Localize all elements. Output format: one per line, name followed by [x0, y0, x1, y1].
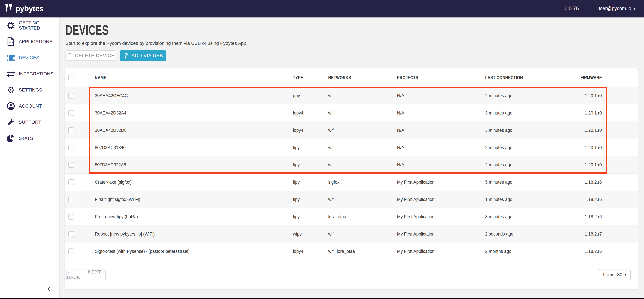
device-name-cell: 30AEA42CEC4C [95, 93, 293, 98]
device-type-cell: gpy [293, 93, 328, 98]
screen-bottom-edge [0, 298, 644, 299]
row-checkbox[interactable] [68, 128, 74, 133]
sidebar-item-label: STATS [19, 136, 33, 141]
device-networks-cell: wifi, lora_otaa [328, 249, 397, 254]
sidebar-item-label: ACCOUNT [19, 104, 42, 109]
row-checkbox[interactable] [68, 162, 74, 168]
sidebar-item-account[interactable]: ACCOUNT [0, 98, 59, 114]
code-file-icon: </> [6, 37, 15, 46]
device-name-cell: 807D3AC31340 [95, 145, 293, 150]
sidebar-item-label: SUPPORT [19, 120, 41, 125]
row-checkbox[interactable] [68, 214, 74, 220]
row-checkbox[interactable] [68, 231, 74, 237]
device-firmware-cell: 1.18.2.r7 [572, 231, 638, 237]
pie-chart-icon [6, 134, 15, 143]
device-networks-cell: wifi [328, 110, 397, 116]
table-row[interactable]: 30AEA42D32A4 lopy4 wifi N/A 3 minutes ag… [65, 104, 638, 122]
svg-text:</>: </> [8, 41, 13, 44]
sidebar-item-label: GETTING STARTED [19, 20, 59, 31]
device-type-cell: fipy [293, 214, 328, 220]
table-row[interactable]: Reboot [new pybytes lib] (WiFi) wipy wif… [65, 226, 638, 243]
device-firmware-cell: 1.18.2.r6 [572, 249, 638, 254]
sidebar-item-stats[interactable]: STATS [0, 130, 59, 146]
column-header-name: NAME [95, 75, 293, 80]
device-projects-cell: My First Application [397, 249, 485, 254]
badge-icon [6, 21, 15, 30]
table-header-row: NAME TYPE NETWORKS PROJECTS LAST CONNECT… [65, 68, 638, 87]
pybytes-logo-icon [5, 4, 14, 13]
device-firmware-cell: 1.20.1.r0 [572, 93, 638, 98]
row-checkbox[interactable] [68, 248, 74, 254]
swap-arrows-icon [6, 70, 15, 78]
top-navbar: pybytes € 0.76 user@pycom.io ▾ [0, 0, 644, 18]
table-row[interactable]: 807D3AC31340 fipy wifi N/A 2 minutes ago… [65, 139, 638, 156]
user-menu[interactable]: user@pycom.io ▾ [597, 6, 636, 11]
device-projects-cell: N/A [397, 93, 485, 98]
add-via-usb-button[interactable]: ADD VIA USB [120, 50, 166, 61]
sidebar-item-applications[interactable]: </> APPLICATIONS [0, 34, 59, 50]
table-row[interactable]: Fresh-new-fipy (LoRa) fipy lora_otaa My … [65, 208, 638, 226]
device-projects-cell: My First Application [397, 214, 485, 220]
device-firmware-cell: 1.20.1.r0 [572, 145, 638, 150]
device-projects-cell: My First Application [397, 231, 485, 237]
device-last-connection-cell: 2 months ago [485, 249, 572, 254]
device-name-cell: Sigfox-test (with Pysense) - [pastoor pe… [95, 249, 293, 254]
device-networks-cell: wifi [328, 145, 397, 150]
select-all-checkbox[interactable] [68, 75, 74, 80]
wrench-icon [6, 118, 15, 126]
next-button[interactable]: NEXT → [88, 269, 106, 280]
page-subtitle: Start to explore the Pycom devices by pr… [66, 41, 248, 46]
device-projects-cell: N/A [397, 128, 485, 133]
device-last-connection-cell: 3 minutes ago [485, 128, 572, 133]
sidebar-item-label: DEVICES [19, 55, 39, 60]
chevron-down-icon: ▾ [625, 272, 626, 277]
row-checkbox[interactable] [68, 145, 74, 150]
device-type-cell: lopy4 [293, 249, 328, 254]
sidebar: GETTING STARTED </> APPLICATIONS [0, 18, 60, 298]
row-checkbox[interactable] [68, 110, 74, 116]
column-header-projects: PROJECTS [397, 75, 485, 80]
device-projects-cell: My First Application [397, 180, 485, 185]
column-header-last-connection: LAST CONNECTION [485, 75, 572, 80]
row-checkbox[interactable] [68, 196, 74, 202]
device-last-connection-cell: 3 minutes ago [485, 110, 572, 116]
device-firmware-cell: 1.20.1.r0 [572, 128, 638, 133]
delete-device-button[interactable]: DELETE DEVICE [66, 50, 116, 61]
device-name-cell: 30AEA42D32A4 [95, 110, 293, 116]
sidebar-item-label: SETTINGS [19, 88, 42, 93]
sidebar-item-integrations[interactable]: INTEGRATIONS [0, 66, 59, 82]
device-name-cell: Fresh-new-fipy (LoRa) [95, 214, 293, 220]
sidebar-collapse-chevron[interactable]: ‹ [47, 284, 50, 292]
table-row[interactable]: Sigfox-test (with Pysense) - [pastoor pe… [65, 243, 638, 260]
device-projects-cell: N/A [397, 145, 485, 150]
device-last-connection-cell: 5 minutes ago [485, 180, 572, 185]
device-name-cell: Reboot [new pybytes lib] (WiFi) [95, 231, 293, 237]
device-type-cell: fipy [293, 145, 328, 150]
device-networks-cell: lora_otaa [328, 214, 397, 220]
row-checkbox[interactable] [68, 93, 74, 98]
back-button[interactable]: ← BACK [66, 269, 85, 280]
sidebar-item-getting-started[interactable]: GETTING STARTED [0, 18, 59, 34]
table-row[interactable]: 30AEA42D32D8 lopy4 wifi N/A 3 minutes ag… [65, 122, 638, 139]
row-checkbox[interactable] [68, 179, 74, 185]
device-name-cell: Crater-lake (sigfox) [95, 180, 293, 185]
device-name-cell: 807D3AC322A8 [95, 162, 293, 168]
user-email: user@pycom.io [597, 6, 631, 11]
pagination-bar: ← BACK NEXT → Items: 30 ▾ [65, 260, 638, 289]
account-balance: € 0.76 [564, 6, 579, 12]
table-row[interactable]: First flight sigfox (Wi-Fi) fipy wifi My… [65, 191, 638, 208]
device-networks-cell: sigfox [328, 180, 397, 185]
sidebar-item-devices[interactable]: DEVICES [0, 50, 59, 66]
items-per-page-dropdown[interactable]: Items: 30 ▾ [599, 269, 631, 280]
device-networks-cell: wifi [328, 162, 397, 168]
pybytes-logo[interactable]: pybytes [5, 4, 44, 13]
table-row[interactable]: 807D3AC322A8 fipy wifi N/A 2 minutes ago… [65, 156, 638, 174]
table-row[interactable]: Crater-lake (sigfox) fipy sigfox My Firs… [65, 174, 638, 191]
main-content: DEVICES Start to explore the Pycom devic… [60, 18, 644, 298]
device-last-connection-cell: 1 minutes ago [485, 197, 572, 202]
column-header-firmware: FIRMWARE [572, 75, 638, 80]
sidebar-item-settings[interactable]: ⚙ SETTINGS [0, 82, 59, 98]
table-row[interactable]: 30AEA42CEC4C gpy wifi N/A 2 minutes ago … [65, 87, 638, 104]
sidebar-item-support[interactable]: SUPPORT [0, 114, 59, 130]
gear-icon: ⚙ [6, 86, 15, 94]
